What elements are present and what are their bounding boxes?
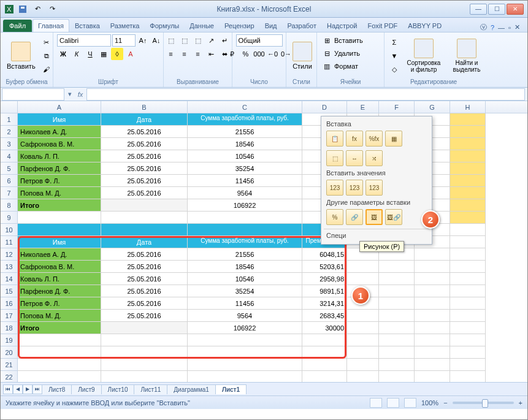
bold-icon[interactable]: Ж xyxy=(57,48,69,60)
cell[interactable]: 2683,45 xyxy=(302,310,347,322)
fill-color-icon[interactable]: ◊ xyxy=(111,48,123,60)
cell[interactable]: Попова М. Д. xyxy=(18,187,101,199)
help-icon[interactable]: ? xyxy=(491,24,494,31)
cell[interactable] xyxy=(450,126,486,138)
cell[interactable] xyxy=(101,334,188,346)
italic-icon[interactable]: К xyxy=(71,48,83,60)
cell[interactable] xyxy=(302,334,347,346)
cell[interactable] xyxy=(450,212,486,224)
paste-formulas-num-button[interactable]: %fx xyxy=(365,131,383,147)
cell[interactable] xyxy=(188,371,302,382)
cell[interactable] xyxy=(415,273,450,285)
cell[interactable] xyxy=(18,212,101,224)
tab-addins[interactable]: Надстрой xyxy=(322,20,362,32)
cell[interactable] xyxy=(347,322,379,334)
row-header[interactable]: 4 xyxy=(1,150,18,162)
undo-icon[interactable]: ↶ xyxy=(31,3,44,15)
cell[interactable] xyxy=(379,297,415,310)
cell[interactable] xyxy=(450,175,486,187)
zoom-in-icon[interactable]: + xyxy=(519,399,522,407)
font-color-icon[interactable]: A xyxy=(124,48,137,60)
cell[interactable] xyxy=(18,371,101,382)
cell[interactable] xyxy=(379,346,415,359)
paste-button[interactable]: Вставить xyxy=(4,40,38,71)
doc-max-icon[interactable]: ▫ xyxy=(508,24,511,31)
cell[interactable]: Итого xyxy=(18,199,101,212)
percent-icon[interactable]: % xyxy=(240,48,252,60)
cell[interactable] xyxy=(450,285,486,297)
row-header[interactable]: 17 xyxy=(1,310,18,322)
row-header[interactable]: 1 xyxy=(1,113,18,126)
cell[interactable] xyxy=(415,334,450,346)
row-header[interactable]: 11 xyxy=(1,236,18,248)
cell[interactable]: 25.05.2016 xyxy=(101,138,188,150)
row-header[interactable]: 6 xyxy=(1,175,18,187)
cell[interactable] xyxy=(415,248,450,261)
cell[interactable] xyxy=(450,261,486,273)
autosum-icon[interactable]: Σ xyxy=(388,36,400,48)
cell[interactable]: Попова М. Д. xyxy=(18,310,101,322)
cell[interactable]: 25.05.2016 xyxy=(101,175,188,187)
cell[interactable] xyxy=(101,371,188,382)
cell[interactable]: Сумма заработной платы, руб. xyxy=(188,113,302,126)
dec-inc-icon[interactable]: ←0 xyxy=(267,48,279,60)
cell[interactable] xyxy=(450,187,486,199)
col-header[interactable]: E xyxy=(347,101,379,113)
cell[interactable] xyxy=(450,371,486,382)
cell[interactable]: 106922 xyxy=(188,199,302,212)
cell[interactable] xyxy=(450,150,486,162)
cell[interactable] xyxy=(347,334,379,346)
cell[interactable] xyxy=(101,212,188,224)
paste-transpose-button[interactable]: ⤭ xyxy=(365,150,383,166)
cells-delete-button[interactable]: ⊟Удалить xyxy=(321,47,360,59)
row-header[interactable]: 5 xyxy=(1,162,18,175)
cut-icon[interactable]: ✂ xyxy=(40,36,53,48)
cells-insert-button[interactable]: ⊞Вставить xyxy=(321,34,363,47)
font-size-select[interactable] xyxy=(112,34,136,47)
tab-data[interactable]: Данные xyxy=(185,20,219,32)
cell[interactable] xyxy=(379,359,415,371)
cell[interactable] xyxy=(415,297,450,310)
align-right-icon[interactable]: ≡ xyxy=(192,48,204,60)
row-header[interactable]: 12 xyxy=(1,248,18,261)
cell[interactable]: 11456 xyxy=(188,175,302,187)
cell[interactable] xyxy=(18,359,101,371)
cell[interactable] xyxy=(450,297,486,310)
align-bot-icon[interactable]: ⬚ xyxy=(192,34,204,47)
cell[interactable]: 9564 xyxy=(188,187,302,199)
fx-icon[interactable]: fx xyxy=(74,91,86,98)
row-header[interactable]: 13 xyxy=(1,261,18,273)
cell[interactable] xyxy=(101,199,188,212)
cell[interactable]: 25.05.2016 xyxy=(101,248,188,261)
cell[interactable] xyxy=(379,322,415,334)
cell[interactable] xyxy=(347,261,379,273)
paste-values-num-button[interactable]: 123 xyxy=(346,180,363,196)
row-header[interactable]: 15 xyxy=(1,285,18,297)
fill-icon[interactable]: ▼ xyxy=(388,50,400,62)
cell[interactable] xyxy=(347,310,379,322)
cell[interactable] xyxy=(450,322,486,334)
tab-file[interactable]: Файл xyxy=(3,20,32,32)
cell[interactable] xyxy=(101,359,188,371)
cell[interactable] xyxy=(415,359,450,371)
cell[interactable] xyxy=(450,162,486,175)
cell[interactable] xyxy=(379,310,415,322)
cell[interactable]: 25.05.2016 xyxy=(101,126,188,138)
cell[interactable] xyxy=(347,371,379,382)
cell[interactable]: Николаев А. Д. xyxy=(18,248,101,261)
cell[interactable]: 25.05.2016 xyxy=(101,187,188,199)
border-icon[interactable]: ▦ xyxy=(98,48,110,60)
sheet-tab[interactable]: Лист9 xyxy=(71,384,101,394)
shrink-font-icon[interactable]: A↓ xyxy=(150,34,163,47)
view-break-icon[interactable] xyxy=(404,398,416,408)
paste-special-item[interactable]: Специ xyxy=(324,229,429,242)
cell[interactable] xyxy=(450,113,486,126)
cell[interactable]: 2958,98 xyxy=(302,273,347,285)
cell[interactable] xyxy=(450,248,486,261)
cell[interactable] xyxy=(188,346,302,359)
row-header[interactable]: 18 xyxy=(1,322,18,334)
cell[interactable]: Николаев А. Д. xyxy=(18,126,101,138)
tab-foxit[interactable]: Foxit PDF xyxy=(362,20,402,32)
find-select-button[interactable]: Найти и выделить xyxy=(447,37,486,74)
cell[interactable] xyxy=(450,359,486,371)
